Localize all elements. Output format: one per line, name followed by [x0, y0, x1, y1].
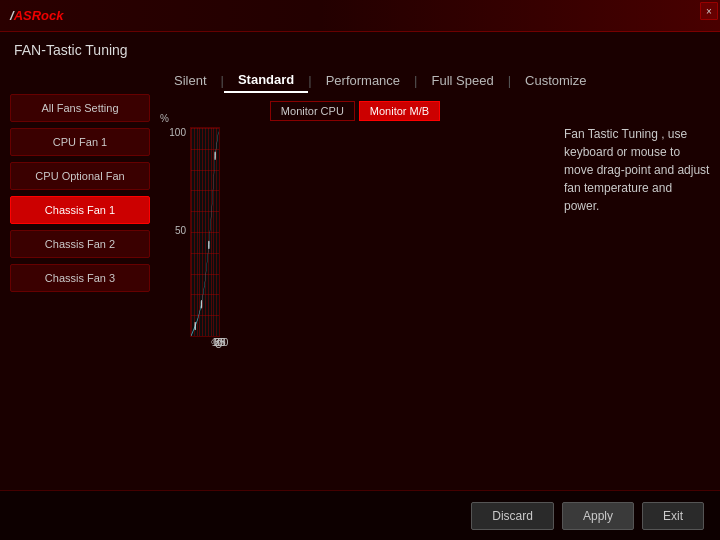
sidebar-item-chassis-fan3[interactable]: Chassis Fan 3 [10, 264, 150, 292]
tab-full-speed[interactable]: Full Speed [417, 69, 507, 92]
footer: Discard Apply Exit [0, 490, 720, 540]
apply-button[interactable]: Apply [562, 502, 634, 530]
right-panel: Silent | Standard | Performance | Full S… [160, 64, 710, 486]
logo: /ASRock [10, 8, 63, 23]
close-button[interactable]: × [700, 2, 718, 20]
chart-section: Monitor CPU Monitor M/B % 100 50 [160, 101, 710, 486]
page-title: FAN-Tastic Tuning [0, 32, 720, 64]
sidebar: All Fans Setting CPU Fan 1 CPU Optional … [10, 64, 150, 486]
header-bar: /ASRock × [0, 0, 720, 32]
sidebar-item-cpu-fan1[interactable]: CPU Fan 1 [10, 128, 150, 156]
main-content: All Fans Setting CPU Fan 1 CPU Optional … [0, 64, 720, 486]
tab-customize[interactable]: Customize [511, 69, 600, 92]
chart-area[interactable] [190, 127, 220, 337]
monitor-cpu-button[interactable]: Monitor CPU [270, 101, 355, 121]
sidebar-item-all-fans[interactable]: All Fans Setting [10, 94, 150, 122]
exit-button[interactable]: Exit [642, 502, 704, 530]
sidebar-item-chassis-fan2[interactable]: Chassis Fan 2 [10, 230, 150, 258]
svg-point-0 [195, 322, 196, 330]
svg-point-3 [215, 152, 216, 160]
tab-standard[interactable]: Standard [224, 68, 308, 93]
sidebar-item-cpu-optional[interactable]: CPU Optional Fan [10, 162, 150, 190]
y-label-50: 50 [175, 225, 186, 236]
y-unit-label: % [160, 113, 169, 124]
chart-wrapper: Monitor CPU Monitor M/B % 100 50 [160, 101, 550, 486]
discard-button[interactable]: Discard [471, 502, 554, 530]
monitor-mb-button[interactable]: Monitor M/B [359, 101, 440, 121]
x-unit-label: °C [211, 339, 222, 350]
fan-curve-svg [191, 128, 219, 336]
svg-point-1 [201, 300, 202, 308]
monitor-buttons: Monitor CPU Monitor M/B [160, 101, 550, 121]
chart-container: % 100 50 [160, 127, 550, 357]
tab-silent[interactable]: Silent [160, 69, 221, 92]
sidebar-item-chassis-fan1[interactable]: Chassis Fan 1 [10, 196, 150, 224]
y-label-100: 100 [169, 127, 186, 138]
tab-bar: Silent | Standard | Performance | Full S… [160, 64, 710, 93]
tab-performance[interactable]: Performance [312, 69, 414, 92]
y-axis: % 100 50 [160, 127, 190, 357]
info-text: Fan Tastic Tuning , use keyboard or mous… [560, 101, 710, 486]
svg-point-2 [209, 241, 210, 249]
